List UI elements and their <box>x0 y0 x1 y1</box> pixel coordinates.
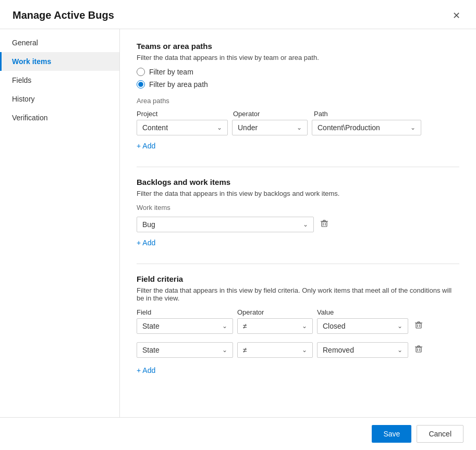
value-value-1: Closed <box>323 322 346 330</box>
operator-value-1: ≠ <box>243 322 247 330</box>
project-chevron-icon: ⌄ <box>217 124 222 131</box>
work-item-chevron-icon: ⌄ <box>303 221 308 228</box>
work-items-row: Bug ⌄ <box>137 217 459 232</box>
area-paths-row: Content ⌄ Under ⌄ Content\Production ⌄ <box>137 120 459 135</box>
project-label: Project <box>137 110 233 118</box>
main-content: Teams or area paths Filter the data that… <box>120 29 476 417</box>
sidebar-label-history: History <box>12 95 35 103</box>
field-criteria-title: Field criteria <box>137 274 459 283</box>
sidebar-label-general: General <box>12 39 38 47</box>
path-value: Content\Production <box>318 123 380 132</box>
operator-label: Operator <box>233 110 314 118</box>
filter-by-area-label: Filter by area path <box>149 80 208 89</box>
sidebar-label-work-items: Work items <box>12 57 51 66</box>
divider-1 <box>137 167 459 167</box>
dialog: Manage Active Bugs ✕ General Work items … <box>0 0 476 450</box>
operator-chevron-icon-1: ⌄ <box>302 322 307 330</box>
work-item-select[interactable]: Bug ⌄ <box>137 217 314 232</box>
field-col-label: Field <box>137 308 233 316</box>
project-value: Content <box>142 123 168 132</box>
filter-by-team-radio-label[interactable]: Filter by team <box>137 68 459 76</box>
dialog-footer: Save Cancel <box>0 417 476 450</box>
operator-value-2: ≠ <box>243 346 247 354</box>
field-criteria-row-1: State ⌄ ≠ ⌄ Closed ⌄ <box>137 318 459 334</box>
work-item-value: Bug <box>142 220 155 229</box>
area-paths-add-button[interactable]: + Add <box>137 140 155 152</box>
value-value-2: Removed <box>323 346 354 354</box>
value-col-label: Value <box>317 308 459 316</box>
trash-icon-2 <box>414 345 423 353</box>
sidebar-item-verification[interactable]: Verification <box>0 108 119 127</box>
field-criteria-add-button[interactable]: + Add <box>137 364 155 377</box>
filter-by-area-radio[interactable] <box>137 80 145 89</box>
field-criteria-section: Field criteria Filter the data that appe… <box>137 274 459 377</box>
sidebar-item-work-items[interactable]: Work items <box>0 52 119 71</box>
save-button[interactable]: Save <box>372 425 411 443</box>
field-criteria-delete-2[interactable] <box>412 344 425 356</box>
sidebar: General Work items Fields History Verifi… <box>0 29 120 417</box>
field-criteria-rows: State ⌄ ≠ ⌄ Closed ⌄ <box>137 318 459 362</box>
dialog-body: General Work items Fields History Verifi… <box>0 29 476 417</box>
trash-icon-1 <box>414 321 423 329</box>
area-paths-subtitle: Area paths <box>137 97 459 105</box>
sidebar-label-fields: Fields <box>12 76 31 84</box>
cancel-button[interactable]: Cancel <box>417 425 463 443</box>
sidebar-label-verification: Verification <box>12 114 47 122</box>
field-select-2[interactable]: State ⌄ <box>137 342 233 358</box>
backlogs-section: Backlogs and work items Filter the data … <box>137 178 459 249</box>
path-label: Path <box>314 110 459 118</box>
teams-section-desc: Filter the data that appears in this vie… <box>137 54 459 61</box>
work-item-delete-button[interactable] <box>318 218 331 231</box>
field-value-1: State <box>142 322 160 330</box>
operator-chevron-icon: ⌄ <box>297 124 302 131</box>
operator-select-2[interactable]: ≠ ⌄ <box>237 342 313 358</box>
sidebar-item-history[interactable]: History <box>0 90 119 108</box>
field-select-1[interactable]: State ⌄ <box>137 318 233 334</box>
operator-col-label: Operator <box>237 308 313 316</box>
backlogs-section-title: Backlogs and work items <box>137 178 459 186</box>
value-select-1[interactable]: Closed ⌄ <box>317 318 408 334</box>
sidebar-item-general[interactable]: General <box>0 33 119 52</box>
trash-icon <box>320 219 328 228</box>
value-chevron-icon-2: ⌄ <box>397 346 402 354</box>
svg-rect-0 <box>322 222 327 227</box>
sidebar-item-fields[interactable]: Fields <box>0 71 119 90</box>
teams-section: Teams or area paths Filter the data that… <box>137 42 459 152</box>
dialog-header: Manage Active Bugs ✕ <box>0 0 476 29</box>
path-chevron-icon: ⌄ <box>410 124 416 131</box>
filter-by-team-radio[interactable] <box>137 68 145 76</box>
value-chevron-icon-1: ⌄ <box>397 322 402 330</box>
path-select[interactable]: Content\Production ⌄ <box>312 120 421 135</box>
field-chevron-icon-1: ⌄ <box>222 322 227 330</box>
project-select[interactable]: Content ⌄ <box>137 120 228 135</box>
operator-chevron-icon-2: ⌄ <box>302 346 307 354</box>
filter-by-area-radio-label[interactable]: Filter by area path <box>137 80 459 89</box>
operator-value: Under <box>238 123 258 132</box>
value-select-2[interactable]: Removed ⌄ <box>317 342 408 358</box>
work-items-add-button[interactable]: + Add <box>137 236 155 249</box>
backlogs-section-desc: Filter the data that appears in this vie… <box>137 190 459 197</box>
operator-select-1[interactable]: ≠ ⌄ <box>237 318 313 334</box>
field-criteria-desc: Filter the data that appears in this vie… <box>137 286 459 302</box>
svg-rect-7 <box>416 323 421 328</box>
svg-rect-14 <box>416 347 421 352</box>
field-criteria-row-2: State ⌄ ≠ ⌄ Removed ⌄ <box>137 342 459 358</box>
field-chevron-icon-2: ⌄ <box>222 346 227 354</box>
divider-2 <box>137 264 459 264</box>
work-items-label: Work items <box>137 204 459 211</box>
teams-section-title: Teams or area paths <box>137 42 459 51</box>
filter-by-team-label: Filter by team <box>149 68 193 76</box>
close-button[interactable]: ✕ <box>449 10 463 21</box>
field-value-2: State <box>142 346 160 354</box>
dialog-title: Manage Active Bugs <box>13 9 114 21</box>
operator-select[interactable]: Under ⌄ <box>232 120 308 135</box>
area-paths-labels: Project Operator Path <box>137 110 459 118</box>
field-criteria-delete-1[interactable] <box>412 320 425 332</box>
field-criteria-labels: Field Operator Value <box>137 308 459 316</box>
filter-radio-group: Filter by team Filter by area path <box>137 68 459 89</box>
